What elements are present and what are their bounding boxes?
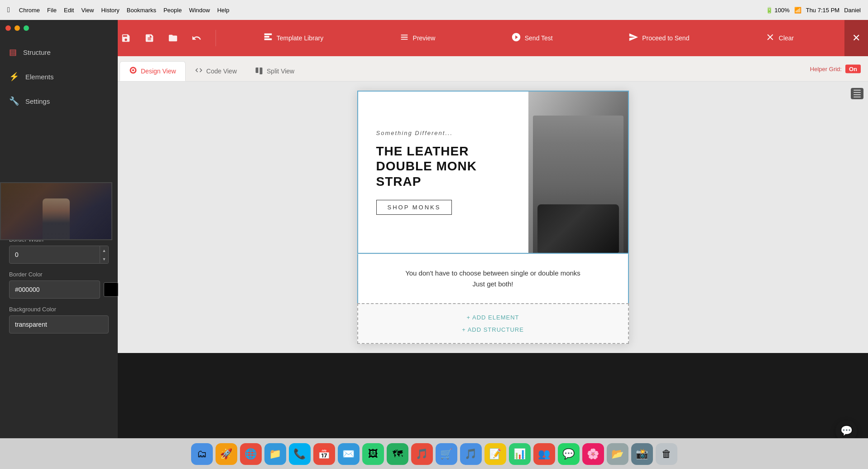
canvas-area[interactable]: Something Different... THE LEATHERDOUBLE… xyxy=(118,82,868,353)
border-color-group: Border Color xyxy=(9,271,109,299)
menu-edit[interactable]: Edit xyxy=(64,7,74,14)
shop-button[interactable]: SHOP MONKS xyxy=(376,200,452,215)
toolbar-left xyxy=(118,30,216,46)
dock-whatsapp[interactable]: 💬 xyxy=(558,443,580,465)
dock-appstore[interactable]: 🛒 xyxy=(436,443,457,465)
chat-icon: 💬 xyxy=(840,425,853,437)
menu-chrome[interactable]: Chrome xyxy=(19,7,40,14)
mac-menubar:  Chrome File Edit View History Bookmark… xyxy=(0,0,868,20)
dock-maps[interactable]: 🗺 xyxy=(387,443,408,465)
send-test-button[interactable]: Send Test xyxy=(506,29,558,47)
wifi-icon: 📶 xyxy=(794,7,801,14)
dock-screenshot[interactable]: 📸 xyxy=(631,443,653,465)
close-editor-button[interactable]: ✕ xyxy=(844,20,868,56)
dock-files[interactable]: 📁 xyxy=(264,443,286,465)
battery-status: 🔋 100% xyxy=(766,7,790,14)
sidebar-item-elements[interactable]: ⚡ Elements xyxy=(0,64,118,89)
border-color-swatch[interactable] xyxy=(104,282,118,297)
dock-trash[interactable]: 🗑 xyxy=(656,443,677,465)
view-tabs: Design View Code View Split View Helper … xyxy=(118,56,868,82)
spinner-down[interactable]: ▼ xyxy=(100,255,108,263)
add-element-button[interactable]: + ADD ELEMENT xyxy=(467,314,519,321)
template-library-button[interactable]: Template Library xyxy=(258,29,329,47)
dock-contacts[interactable]: 👥 xyxy=(533,443,555,465)
email-canvas: Something Different... THE LEATHERDOUBLE… xyxy=(357,91,629,344)
folder-button[interactable] xyxy=(165,30,181,46)
add-buttons-area: + ADD ELEMENT + ADD STRUCTURE xyxy=(357,303,629,344)
dock-flowers[interactable]: 🌸 xyxy=(582,443,604,465)
border-width-group: Border Width ▲ ▼ xyxy=(9,236,109,264)
send-test-icon xyxy=(511,32,521,44)
dock-finder[interactable]: 🗂 xyxy=(191,443,213,465)
scroll-handle[interactable] xyxy=(851,88,863,99)
settings-icon: 🔧 xyxy=(9,96,19,106)
save-button[interactable] xyxy=(118,30,134,46)
bg-color-input[interactable] xyxy=(9,315,109,334)
email-subtitle: Something Different... xyxy=(376,130,515,136)
template-library-icon xyxy=(263,32,273,44)
dock-photos[interactable]: 🖼 xyxy=(362,443,384,465)
dock-mail[interactable]: ✉️ xyxy=(338,443,360,465)
email-product-section: Something Different... THE LEATHERDOUBLE… xyxy=(357,91,629,254)
dock-chrome[interactable]: 🌐 xyxy=(240,443,262,465)
toolbar-center: Template Library Preview Send Test xyxy=(216,29,841,47)
macos-dock: 🗂 🚀 🌐 📁 📞 📅 ✉️ 🖼 🗺 🎵 🛒 🎵 📝 📊 👥 💬 🌸 📂 📸 🗑 xyxy=(0,438,868,469)
code-view-icon xyxy=(195,66,203,76)
webcam-overlay xyxy=(0,182,112,240)
email-footer-text: You don't have to choose between single … xyxy=(357,254,629,303)
bg-color-group: Background Color xyxy=(9,306,109,334)
spinner-up[interactable]: ▲ xyxy=(100,246,108,255)
footer-copy: You don't have to choose between single … xyxy=(376,268,610,290)
left-sidebar: ▤ Structure ⚡ Elements 🔧 Settings Genera… xyxy=(0,20,118,438)
dock-launchpad[interactable]: 🚀 xyxy=(216,443,237,465)
preview-button[interactable]: Preview xyxy=(394,29,441,47)
time-display: Thu 7:15 PM xyxy=(806,7,839,14)
menu-view[interactable]: View xyxy=(81,7,94,14)
dock-calendar[interactable]: 📅 xyxy=(313,443,335,465)
dock-music[interactable]: 🎵 xyxy=(411,443,433,465)
save-alt-button[interactable] xyxy=(141,30,158,46)
undo-button[interactable] xyxy=(188,30,205,46)
clear-icon xyxy=(765,32,775,44)
tab-code-view[interactable]: Code View xyxy=(186,61,246,81)
menu-people[interactable]: People xyxy=(163,7,182,14)
tab-split-view[interactable]: Split View xyxy=(246,61,303,81)
dock-skype[interactable]: 📞 xyxy=(289,443,311,465)
menu-history[interactable]: History xyxy=(101,7,119,14)
border-color-label: Border Color xyxy=(9,271,109,278)
window-close[interactable] xyxy=(5,25,11,31)
email-text-column: Something Different... THE LEATHERDOUBLE… xyxy=(358,92,528,253)
add-structure-button[interactable]: + ADD STRUCTURE xyxy=(462,326,524,333)
helper-grid-label: Helper Grid: xyxy=(810,65,842,72)
clear-button[interactable]: Clear xyxy=(760,29,799,47)
menu-help[interactable]: Help xyxy=(217,7,230,14)
border-width-spinner: ▲ ▼ xyxy=(100,246,109,264)
dock-notes[interactable]: 📝 xyxy=(484,443,506,465)
border-width-input[interactable] xyxy=(9,246,100,264)
sidebar-item-settings[interactable]: 🔧 Settings xyxy=(0,89,118,113)
menu-bookmarks[interactable]: Bookmarks xyxy=(127,7,156,14)
email-title: THE LEATHERDOUBLE MONK STRAP xyxy=(376,144,515,189)
tab-design-view[interactable]: Design View xyxy=(120,61,186,81)
dock-numbers[interactable]: 📊 xyxy=(509,443,531,465)
dock-shazam[interactable]: 🎵 xyxy=(460,443,482,465)
helper-grid: Helper Grid: On xyxy=(810,64,861,73)
split-view-icon xyxy=(255,66,263,76)
menu-file[interactable]: File xyxy=(47,7,57,14)
window-maximize[interactable] xyxy=(24,25,29,31)
border-color-input[interactable] xyxy=(9,280,100,299)
apple-icon[interactable]:  xyxy=(7,6,10,14)
bg-color-label: Background Color xyxy=(9,306,109,313)
structure-icon: ▤ xyxy=(9,47,17,57)
window-minimize[interactable] xyxy=(14,25,20,31)
proceed-icon xyxy=(628,32,638,44)
sidebar-item-structure[interactable]: ▤ Structure xyxy=(0,40,118,64)
close-x-icon: ✕ xyxy=(852,32,860,44)
preview-icon xyxy=(399,32,409,44)
proceed-to-send-button[interactable]: Proceed to Send xyxy=(623,29,695,47)
menu-window[interactable]: Window xyxy=(189,7,210,14)
design-view-icon xyxy=(129,66,137,76)
dock-finder2[interactable]: 📂 xyxy=(607,443,628,465)
svg-point-2 xyxy=(132,69,134,72)
helper-grid-toggle[interactable]: On xyxy=(845,64,861,73)
